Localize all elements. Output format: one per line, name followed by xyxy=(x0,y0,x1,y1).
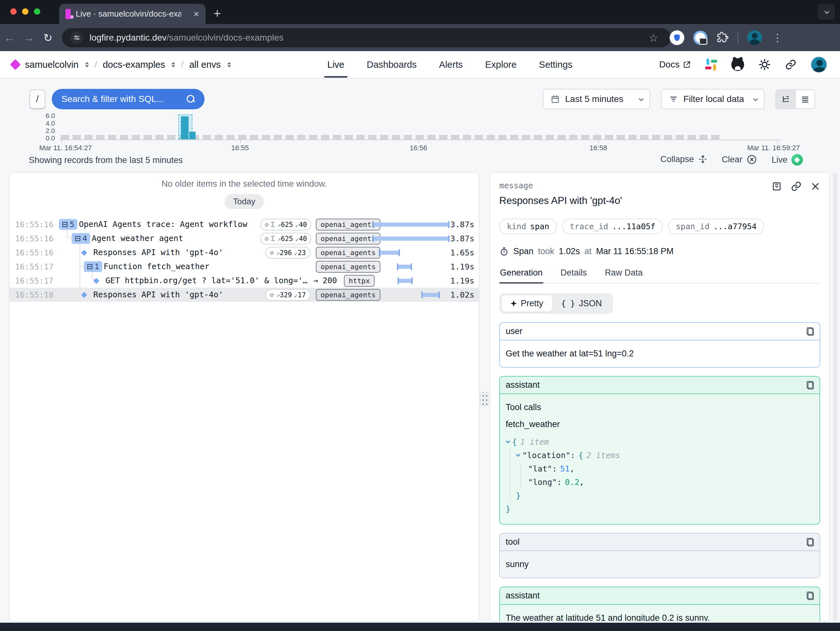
scope-tag[interactable]: openai_agents xyxy=(316,289,381,301)
close-icon[interactable] xyxy=(811,181,820,191)
table-row-selected[interactable]: 16:55:18 ◆ Responses API with 'gpt-4o' ⊘… xyxy=(9,288,479,302)
tab-search-button[interactable] xyxy=(818,4,835,20)
span-id-pill[interactable]: span_id...a77954 xyxy=(668,219,764,234)
breadcrumb-separator: / xyxy=(181,60,183,70)
window-close-button[interactable] xyxy=(10,8,17,15)
collapse-chevron-icon[interactable] xyxy=(516,452,520,457)
project-switcher-icon[interactable] xyxy=(171,62,175,68)
share-link-icon[interactable] xyxy=(785,59,797,70)
collapse-toggle-badge[interactable]: ⊟1 xyxy=(84,261,102,272)
site-settings-icon[interactable] xyxy=(70,32,83,44)
live-toggle-button[interactable]: Live xyxy=(772,154,803,166)
collapse-chevron-icon[interactable] xyxy=(506,439,510,443)
address-bar[interactable]: logfire.pydantic.dev/samuelcolvin/docs-e… xyxy=(62,28,671,47)
user-avatar[interactable] xyxy=(811,56,827,73)
breadcrumb-org[interactable]: samuelcolvin xyxy=(25,60,79,70)
trace-id-pill[interactable]: trace_id...11a05f xyxy=(562,219,663,234)
today-badge[interactable]: Today xyxy=(225,194,264,209)
list-view-button[interactable] xyxy=(795,90,815,108)
breadcrumb-env[interactable]: all envs xyxy=(189,60,221,70)
record-kind-label: message xyxy=(499,181,533,190)
local-filter-dropdown[interactable]: Filter local data xyxy=(661,89,764,109)
url-host: logfire.pydantic.dev xyxy=(90,33,167,43)
collapse-badge-icon: ⊟ xyxy=(74,235,81,242)
reload-button[interactable]: ↻ xyxy=(38,32,58,44)
json-location-line[interactable]: "location": { 2 items xyxy=(516,448,814,462)
tab-dashboards[interactable]: Dashboards xyxy=(365,52,418,78)
tab-close-icon[interactable]: × xyxy=(193,9,199,19)
tab-alerts[interactable]: Alerts xyxy=(438,52,464,78)
scope-tag[interactable]: httpx xyxy=(344,275,374,287)
logfire-favicon-icon xyxy=(66,9,71,19)
bookmark-star-icon[interactable]: ☆ xyxy=(649,32,658,44)
table-row[interactable]: 16:55:16 ⊟5 OpenAI Agents trace: Agent w… xyxy=(9,218,479,232)
span-time: 16:55:17 xyxy=(15,262,54,271)
forward-button[interactable]: → xyxy=(19,31,38,44)
chart-bar[interactable] xyxy=(189,132,196,139)
json-view-button[interactable]: { } JSON xyxy=(552,295,611,312)
search-input[interactable]: Search & filter with SQL... xyxy=(52,89,205,109)
org-switcher-icon[interactable] xyxy=(85,62,89,68)
copy-icon[interactable] xyxy=(807,327,814,336)
scope-tag[interactable]: openai_agents xyxy=(316,261,381,273)
password-extension-icon[interactable] xyxy=(693,31,707,45)
tab-live[interactable]: Live xyxy=(326,52,346,78)
copy-icon[interactable] xyxy=(807,592,814,600)
scrollbar[interactable] xyxy=(833,173,837,621)
span-time: 16:55:18 xyxy=(15,290,54,300)
tree-view-button[interactable] xyxy=(776,90,795,108)
scope-tag[interactable]: openai_agents xyxy=(316,219,381,230)
window-minimize-button[interactable] xyxy=(22,8,28,15)
tab-details[interactable]: Details xyxy=(560,268,588,283)
env-switcher-icon[interactable] xyxy=(227,62,231,68)
activity-timeline-chart[interactable]: 6.0 4.0 2.0 0.0 Mar 11. 16:54:27 16:55 1… xyxy=(0,112,840,153)
span-diamond-icon: ◆ xyxy=(81,290,87,299)
collapse-toggle-badge[interactable]: ⊟5 xyxy=(59,219,77,230)
span-duration: 3.87s xyxy=(450,234,474,243)
bitwarden-extension-icon[interactable] xyxy=(669,30,684,45)
tool-name: fetch_weather xyxy=(506,420,814,429)
trace-rows: 16:55:16 ⊟5 OpenAI Agents trace: Agent w… xyxy=(9,218,479,304)
scope-tag[interactable]: openai_agents xyxy=(316,247,381,259)
time-range-dropdown[interactable]: Last 5 minutes xyxy=(543,89,650,109)
table-row[interactable]: 16:55:16 ⊟4 Agent weather agent ⊘Σ ↗625 … xyxy=(9,232,479,246)
span-duration: 1.02s xyxy=(450,290,474,300)
copy-link-icon[interactable] xyxy=(791,181,802,192)
collapse-toggle-badge[interactable]: ⊟4 xyxy=(72,233,90,244)
table-row[interactable]: 16:55:16 ◆ Responses API with 'gpt-4o' ⊘… xyxy=(9,246,479,260)
pretty-view-button[interactable]: Pretty xyxy=(502,295,552,312)
slack-icon[interactable] xyxy=(705,58,717,71)
kind-pill: kindspan xyxy=(499,219,557,234)
table-row[interactable]: 16:55:17 ◆ GET httpbin.org/get ? lat='51… xyxy=(9,274,479,288)
back-button[interactable]: ← xyxy=(0,31,19,44)
json-root-line[interactable]: { 1 item xyxy=(506,435,814,448)
collapse-button[interactable]: Collapse xyxy=(660,154,708,164)
message-content: The weather at latitude 51 and longitude… xyxy=(500,605,819,622)
tab-raw-data[interactable]: Raw Data xyxy=(604,268,643,283)
theme-toggle-icon[interactable] xyxy=(758,58,771,71)
window-maximize-button[interactable] xyxy=(34,8,40,15)
copy-icon[interactable] xyxy=(807,538,814,546)
browser-menu-icon[interactable]: ⋮ xyxy=(772,32,782,44)
chart-bar[interactable] xyxy=(181,116,189,139)
extensions-puzzle-icon[interactable] xyxy=(716,32,728,44)
chevron-down-icon xyxy=(753,96,758,101)
panel-splitter-handle[interactable] xyxy=(480,392,489,406)
clear-button[interactable]: Clear xyxy=(722,154,757,165)
github-icon[interactable] xyxy=(731,58,744,71)
docs-link[interactable]: Docs xyxy=(659,60,691,70)
new-tab-button[interactable]: + xyxy=(213,7,221,20)
tab-generation[interactable]: Generation xyxy=(499,268,543,283)
tab-explore[interactable]: Explore xyxy=(484,52,518,78)
breadcrumb-project[interactable]: docs-examples xyxy=(103,60,165,70)
sparkle-icon xyxy=(510,300,517,307)
browser-profile-avatar[interactable] xyxy=(747,30,762,45)
table-row[interactable]: 16:55:17 ⊟1 Function fetch_weather opena… xyxy=(9,260,479,274)
archive-icon[interactable] xyxy=(772,181,782,191)
copy-icon[interactable] xyxy=(807,381,814,389)
tab-settings[interactable]: Settings xyxy=(538,52,574,78)
input-tokens-arrow-icon: ↗ xyxy=(277,221,281,228)
browser-tab[interactable]: Live · samuelcolvin/docs-exa × xyxy=(59,4,205,24)
scope-tag[interactable]: openai_agents xyxy=(316,233,381,245)
braces-icon: { } xyxy=(561,299,575,308)
